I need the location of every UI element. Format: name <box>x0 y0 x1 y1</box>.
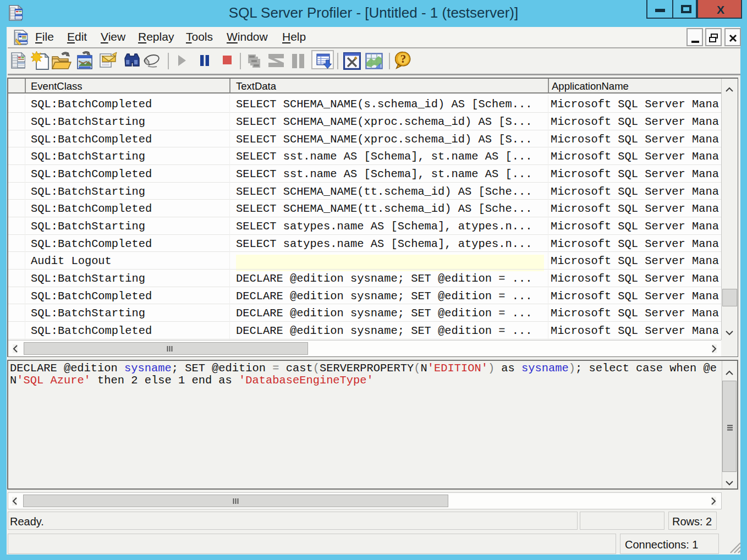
svg-text:?: ? <box>400 52 407 65</box>
